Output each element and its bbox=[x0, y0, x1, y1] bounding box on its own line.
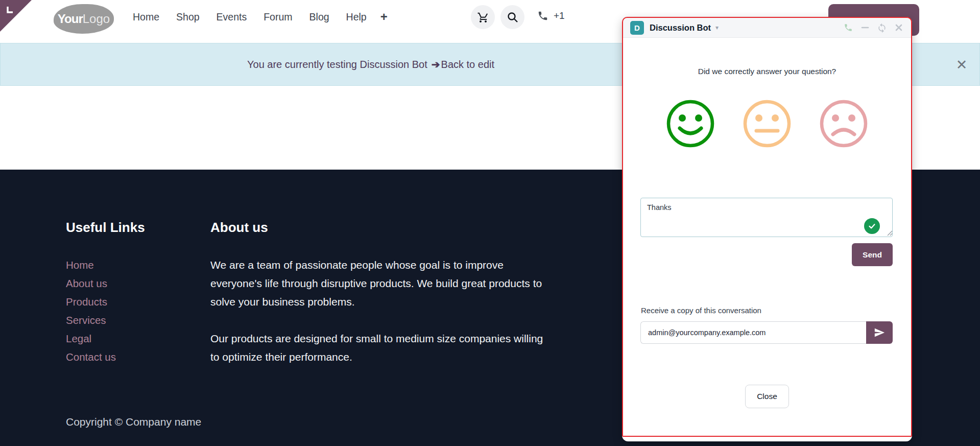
feedback-question: Did we correctly answer your question? bbox=[622, 67, 912, 76]
useful-links-title: Useful Links bbox=[66, 220, 145, 236]
footer-link-contact[interactable]: Contact us bbox=[66, 348, 145, 366]
logo-text-your: Your bbox=[58, 12, 83, 26]
arrow-right-icon: ➔ bbox=[432, 58, 440, 71]
footer-links-list: Home About us Products Services Legal Co… bbox=[66, 256, 145, 366]
about-us-title: About us bbox=[210, 220, 547, 236]
close-icon bbox=[894, 23, 903, 32]
nav-item-forum[interactable]: Forum bbox=[264, 11, 292, 23]
chevron-down-icon[interactable]: ▾ bbox=[715, 24, 719, 31]
banner-message: You are currently testing Discussion Bot… bbox=[247, 43, 494, 85]
corner-bracket-icon bbox=[5, 5, 14, 14]
phone-number-text: +1 bbox=[554, 10, 565, 21]
about-paragraph-1: We are a team of passionate people whose… bbox=[210, 256, 547, 311]
sad-face-icon[interactable] bbox=[819, 99, 869, 149]
resize-handle[interactable] bbox=[887, 230, 893, 236]
copyright-text: Copyright © Company name bbox=[66, 416, 201, 428]
happy-face-icon[interactable] bbox=[665, 99, 715, 149]
check-icon bbox=[868, 222, 876, 230]
back-to-edit-link[interactable]: Back to edit bbox=[441, 59, 495, 71]
logo-text-logo: Logo bbox=[83, 12, 110, 26]
nav-item-home[interactable]: Home bbox=[133, 11, 159, 23]
cart-icon bbox=[477, 11, 489, 24]
search-icon bbox=[507, 11, 519, 24]
search-button[interactable] bbox=[500, 5, 524, 29]
editor-corner-ribbon[interactable] bbox=[0, 0, 32, 32]
chat-header-actions bbox=[843, 22, 904, 33]
about-paragraph-2: Our products are designed for small to m… bbox=[210, 330, 547, 366]
site-logo[interactable]: YourLogo bbox=[54, 4, 114, 34]
footer-link-legal[interactable]: Legal bbox=[66, 330, 145, 348]
send-button[interactable]: Send bbox=[852, 243, 893, 266]
nav-item-blog[interactable]: Blog bbox=[309, 11, 329, 23]
minimize-button[interactable] bbox=[860, 22, 870, 33]
footer-link-about[interactable]: About us bbox=[66, 274, 145, 293]
cart-button[interactable] bbox=[471, 5, 495, 29]
banner-close-icon[interactable]: ✕ bbox=[951, 55, 972, 75]
add-page-icon[interactable]: + bbox=[380, 10, 388, 24]
phone-icon bbox=[537, 10, 548, 21]
refresh-icon bbox=[877, 22, 887, 33]
footer-link-services[interactable]: Services bbox=[66, 311, 145, 330]
close-chat-button[interactable] bbox=[894, 22, 904, 33]
message-valid-check bbox=[864, 218, 880, 234]
footer-link-products[interactable]: Products bbox=[66, 293, 145, 311]
banner-text: You are currently testing Discussion Bot bbox=[247, 59, 427, 71]
restart-button[interactable] bbox=[877, 22, 887, 33]
minimize-icon bbox=[861, 23, 870, 32]
feedback-message-input[interactable]: Thanks bbox=[640, 198, 893, 237]
nav-menu: Home Shop Events Forum Blog Help + bbox=[133, 0, 388, 34]
call-button[interactable] bbox=[843, 22, 853, 33]
footer-links-column: Useful Links Home About us Products Serv… bbox=[66, 220, 145, 366]
bot-avatar: D bbox=[630, 21, 644, 35]
nav-item-events[interactable]: Events bbox=[217, 11, 247, 23]
email-field[interactable] bbox=[640, 321, 866, 344]
copy-conversation-label: Receive a copy of this conversation bbox=[641, 306, 761, 315]
call-icon bbox=[844, 23, 853, 32]
nav-item-help[interactable]: Help bbox=[346, 11, 367, 23]
close-feedback-button[interactable]: Close bbox=[745, 385, 789, 408]
phone-contact[interactable]: +1 bbox=[537, 10, 565, 21]
footer-link-home[interactable]: Home bbox=[66, 256, 145, 274]
send-copy-button[interactable] bbox=[866, 321, 893, 344]
neutral-face-icon[interactable] bbox=[742, 99, 792, 149]
rating-faces bbox=[622, 99, 912, 149]
nav-item-shop[interactable]: Shop bbox=[176, 11, 200, 23]
email-copy-group bbox=[640, 321, 893, 344]
paper-plane-icon bbox=[874, 327, 885, 338]
chat-title[interactable]: Discussion Bot bbox=[650, 23, 711, 33]
chat-header: D Discussion Bot ▾ bbox=[623, 18, 911, 38]
footer-about-column: About us We are a team of passionate peo… bbox=[210, 220, 547, 366]
